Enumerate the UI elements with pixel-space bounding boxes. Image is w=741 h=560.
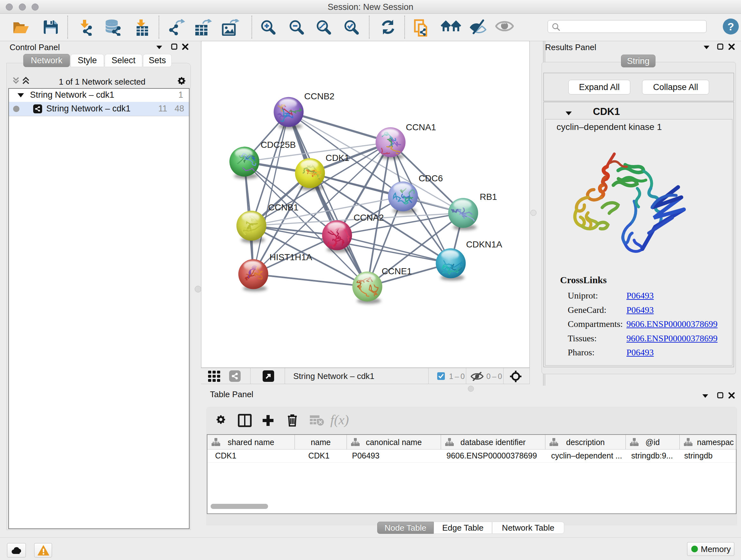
svg-text:CCNB2: CCNB2 [304, 91, 334, 101]
svg-text:CCNA1: CCNA1 [406, 122, 436, 132]
svg-text:CDKN1A: CDKN1A [466, 240, 502, 249]
svg-text:CCNE1: CCNE1 [382, 266, 412, 276]
svg-text:HIST1H1A: HIST1H1A [270, 252, 313, 262]
svg-text:RB1: RB1 [480, 192, 497, 202]
svg-text:CCNB1: CCNB1 [268, 202, 299, 212]
svg-text:CCNA2: CCNA2 [354, 212, 384, 223]
svg-text:CDC25B: CDC25B [261, 140, 296, 150]
svg-text:CDC6: CDC6 [419, 173, 443, 183]
svg-text:?: ? [728, 20, 734, 33]
svg-text:CDK1: CDK1 [326, 153, 349, 163]
